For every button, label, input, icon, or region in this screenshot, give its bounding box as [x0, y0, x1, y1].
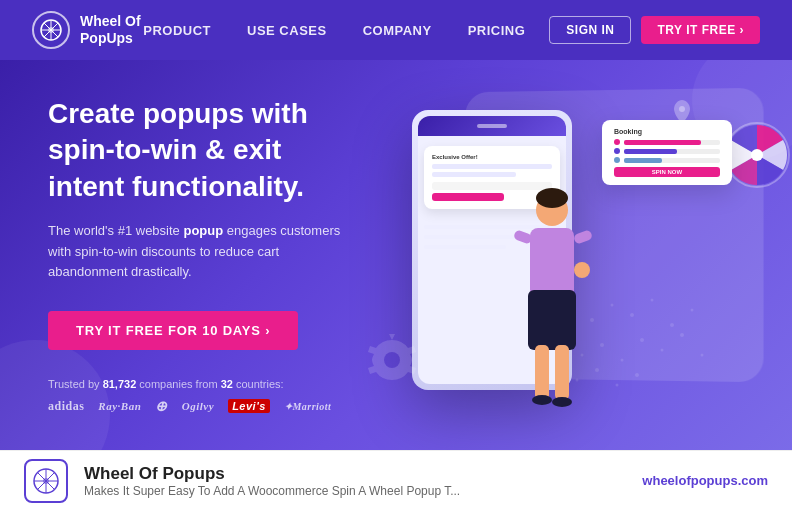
floating-card-row2	[614, 148, 720, 154]
floating-card-row3	[614, 157, 720, 163]
svg-point-36	[552, 397, 572, 407]
phone-popup-text2	[432, 172, 516, 177]
card-bar2-fill	[624, 149, 677, 154]
card-bar3-fill	[624, 158, 662, 163]
floating-card-row1	[614, 139, 720, 145]
svg-point-40	[384, 352, 400, 368]
navbar: Wheel Of PopUps PRODUCT USE CASES COMPAN…	[0, 0, 792, 60]
floating-card: Booking	[602, 120, 732, 185]
hero-title: Create popups with spin-to-win & exit in…	[48, 96, 348, 205]
footer-logo-icon	[24, 459, 68, 503]
card-bar1-fill	[624, 140, 701, 145]
card-dot2	[614, 148, 620, 154]
svg-point-10	[630, 313, 634, 317]
brand-circle: ⊕	[155, 398, 168, 414]
footer-info: Wheel Of Popups Makes It Super Easy To A…	[84, 464, 626, 498]
svg-rect-33	[535, 345, 549, 400]
svg-point-12	[670, 323, 674, 327]
logo-icon	[32, 11, 70, 49]
svg-point-20	[680, 333, 684, 337]
hero-section: Create popups with spin-to-win & exit in…	[0, 60, 792, 450]
location-pin	[672, 100, 692, 124]
svg-point-13	[691, 309, 694, 312]
nav-use-cases[interactable]: USE CASES	[247, 23, 327, 38]
logo[interactable]: Wheel Of PopUps	[32, 11, 141, 49]
svg-point-11	[651, 299, 654, 302]
brand-marriott: ✦Marriott	[284, 401, 332, 412]
brand-logos: adidas Ray·Ban ⊕ Ogilvy Levi's ✦Marriott	[48, 398, 348, 414]
svg-point-35	[532, 395, 552, 405]
nav-pricing[interactable]: PRICING	[468, 23, 526, 38]
brand-ogilvy: Ogilvy	[182, 400, 214, 412]
card-btn: SPIN NOW	[614, 167, 720, 177]
nav-links: PRODUCT USE CASES COMPANY PRICING	[143, 23, 525, 38]
svg-point-5	[48, 27, 54, 33]
phone-popup-title: Exclusive Offer!	[432, 154, 552, 160]
svg-point-19	[661, 349, 664, 352]
brand-rayban: Ray·Ban	[98, 400, 141, 412]
nav-product[interactable]: PRODUCT	[143, 23, 211, 38]
svg-point-41	[679, 106, 685, 112]
try-free-hero-button[interactable]: TRY IT FREE FOR 10 DAYS ›	[48, 311, 298, 350]
hero-description: The world's #1 website popup engages cus…	[48, 221, 348, 283]
try-free-nav-button[interactable]: TRY IT FREE ›	[641, 16, 760, 44]
logo-text: Wheel Of PopUps	[80, 13, 141, 47]
nav-actions: SIGN IN TRY IT FREE ›	[549, 16, 760, 44]
brand-adidas: adidas	[48, 399, 84, 414]
card-dot1	[614, 139, 620, 145]
svg-point-28	[751, 149, 763, 161]
trusted-section: Trusted by 81,732 companies from 32 coun…	[48, 378, 348, 414]
svg-point-30	[536, 188, 568, 208]
phone-header	[418, 116, 566, 136]
svg-point-21	[701, 354, 704, 357]
svg-rect-32	[528, 290, 576, 350]
svg-point-26	[635, 373, 639, 377]
signin-button[interactable]: SIGN IN	[549, 16, 631, 44]
figure-svg	[492, 180, 612, 440]
floating-card-title: Booking	[614, 128, 720, 135]
svg-point-17	[621, 359, 624, 362]
footer-description: Makes It Super Easy To Add A Woocommerce…	[84, 484, 626, 498]
svg-point-47	[43, 478, 49, 484]
svg-point-18	[640, 338, 644, 342]
device-container: Exclusive Offer!	[352, 70, 772, 440]
svg-rect-31	[530, 228, 574, 298]
hero-content: Create popups with spin-to-win & exit in…	[48, 96, 348, 415]
hero-illustration: Exclusive Offer!	[352, 70, 772, 440]
phone-header-bar	[477, 124, 507, 128]
footer-bar: Wheel Of Popups Makes It Super Easy To A…	[0, 450, 792, 510]
card-bar1	[624, 140, 720, 145]
footer-url[interactable]: wheelofpopups.com	[642, 473, 768, 488]
footer-title: Wheel Of Popups	[84, 464, 626, 484]
card-bar2	[624, 149, 720, 154]
card-dot3	[614, 157, 620, 163]
svg-rect-34	[555, 345, 569, 400]
phone-popup-text1	[432, 164, 552, 169]
trusted-text: Trusted by 81,732 companies from 32 coun…	[48, 378, 348, 390]
wheel-svg	[722, 120, 792, 190]
gear-decoration	[362, 330, 422, 390]
svg-point-25	[616, 384, 619, 387]
card-btn-label: SPIN NOW	[652, 169, 682, 175]
svg-rect-38	[573, 229, 593, 245]
brand-levis: Levi's	[228, 399, 270, 413]
card-bar3	[624, 158, 720, 163]
nav-company[interactable]: COMPANY	[363, 23, 432, 38]
svg-point-39	[574, 262, 590, 278]
